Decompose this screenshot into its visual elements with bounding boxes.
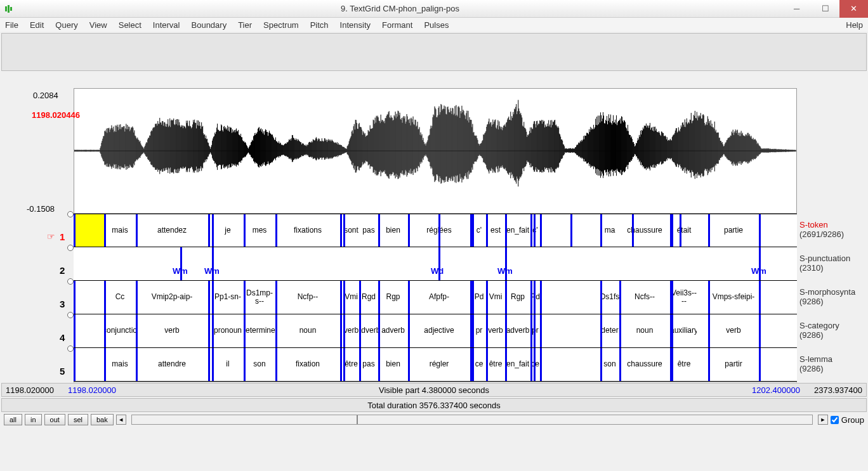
menu-boundary[interactable]: Boundary <box>192 20 227 30</box>
boundary[interactable] <box>680 214 681 247</box>
boundary[interactable] <box>540 348 542 381</box>
horizontal-scrollbar[interactable] <box>131 415 813 425</box>
interval[interactable]: son <box>600 348 619 381</box>
interval[interactable]: adverb <box>505 314 530 347</box>
interval[interactable]: ce <box>472 348 486 381</box>
boundary[interactable] <box>632 214 634 247</box>
boundary[interactable] <box>759 348 761 381</box>
interval[interactable]: auxiliary <box>671 314 697 347</box>
boundary[interactable] <box>570 214 572 247</box>
interval[interactable]: partir <box>708 348 759 381</box>
boundary[interactable] <box>472 314 474 347</box>
boundary[interactable] <box>671 348 673 381</box>
interval[interactable]: en_fait <box>505 348 530 381</box>
boundary[interactable] <box>208 314 210 347</box>
menu-intensity[interactable]: Intensity <box>340 20 371 30</box>
menu-file[interactable]: File <box>5 20 18 30</box>
point-marker[interactable] <box>438 247 440 265</box>
boundary[interactable] <box>408 348 410 381</box>
tier-handle[interactable] <box>67 245 74 251</box>
point-marker[interactable] <box>212 247 214 265</box>
boundary[interactable] <box>104 214 106 247</box>
boundary[interactable] <box>540 314 542 347</box>
point-marker[interactable] <box>505 247 507 265</box>
boundary[interactable] <box>340 281 342 314</box>
zoom-out-button[interactable]: out <box>44 414 65 425</box>
interval[interactable]: noun <box>619 314 670 347</box>
boundary[interactable] <box>136 314 138 347</box>
boundary[interactable] <box>472 348 474 381</box>
boundary[interactable] <box>530 214 532 247</box>
interval[interactable]: pas <box>359 348 378 381</box>
boundary[interactable] <box>74 314 76 347</box>
boundary[interactable] <box>472 281 474 314</box>
interval[interactable]: determiner <box>244 314 275 347</box>
interval[interactable]: était <box>671 214 697 247</box>
boundary[interactable] <box>530 348 532 381</box>
interval[interactable]: verb <box>486 314 505 347</box>
boundary[interactable] <box>340 348 342 381</box>
interval[interactable]: il <box>212 348 244 381</box>
boundary[interactable] <box>212 314 214 347</box>
interval[interactable]: Vmi <box>343 281 359 314</box>
boundary[interactable] <box>359 314 361 347</box>
boundary[interactable] <box>505 281 507 314</box>
boundary[interactable] <box>343 214 345 247</box>
boundary[interactable] <box>359 348 361 381</box>
boundary[interactable] <box>530 314 532 347</box>
interval[interactable]: bien <box>378 214 408 247</box>
interval[interactable]: mais <box>104 214 136 247</box>
boundary[interactable] <box>74 281 76 314</box>
menu-tier[interactable]: Tier <box>238 20 252 30</box>
menu-formant[interactable]: Formant <box>382 20 412 30</box>
interval[interactable]: Ds1fs <box>600 281 619 314</box>
interval[interactable]: Afpfp- <box>408 281 470 314</box>
point-label[interactable]: Wd <box>431 266 444 276</box>
interval[interactable]: mes <box>244 214 275 247</box>
boundary[interactable] <box>74 348 76 381</box>
boundary[interactable] <box>208 281 210 314</box>
boundary[interactable] <box>244 348 246 381</box>
zoom-all-button[interactable]: all <box>4 414 22 425</box>
boundary[interactable] <box>378 214 380 247</box>
interval[interactable]: conjunctio <box>104 314 136 347</box>
interval[interactable]: pas <box>359 214 378 247</box>
interval[interactable]: fixation <box>275 348 340 381</box>
boundary[interactable] <box>472 214 474 247</box>
boundary[interactable] <box>619 348 621 381</box>
interval[interactable]: sont <box>343 214 359 247</box>
interval[interactable]: attendez <box>136 214 208 247</box>
boundary[interactable] <box>208 348 210 381</box>
boundary[interactable] <box>486 348 488 381</box>
interval[interactable]: ma <box>600 214 619 247</box>
boundary[interactable] <box>136 214 138 247</box>
interval[interactable]: est <box>486 214 505 247</box>
boundary[interactable] <box>343 281 345 314</box>
interval[interactable]: deter <box>600 314 619 347</box>
boundary[interactable] <box>343 314 345 347</box>
interval[interactable]: verb <box>343 314 359 347</box>
boundary[interactable] <box>104 314 106 347</box>
boundary[interactable] <box>600 281 602 314</box>
menu-spectrum[interactable]: Spectrum <box>263 20 299 30</box>
minimize-button[interactable]: ─ <box>782 0 811 18</box>
boundary[interactable] <box>275 281 277 314</box>
tier-5[interactable]: maisattendreilsonfixationêtrepasbienrégl… <box>74 348 797 382</box>
boundary[interactable] <box>708 214 710 247</box>
waveform[interactable] <box>74 88 797 214</box>
interval[interactable]: être <box>343 348 359 381</box>
interval[interactable]: pr <box>472 314 486 347</box>
boundary[interactable] <box>343 348 345 381</box>
interval[interactable]: Vmps-sfeipi- <box>708 281 759 314</box>
interval[interactable]: Ncfs-- <box>619 281 670 314</box>
tier-handle[interactable] <box>67 278 74 285</box>
interval[interactable]: verb <box>136 314 208 347</box>
tier-handle[interactable] <box>67 211 74 217</box>
tier-4[interactable]: conjunctioverbpronoundeterminernounverba… <box>74 314 797 348</box>
interval[interactable]: chaussure <box>619 214 670 247</box>
tier-handle[interactable] <box>67 312 74 318</box>
boundary[interactable] <box>505 314 507 347</box>
menu-query[interactable]: Query <box>55 20 77 30</box>
boundary[interactable] <box>600 214 602 247</box>
interval[interactable]: chaussure <box>619 348 670 381</box>
